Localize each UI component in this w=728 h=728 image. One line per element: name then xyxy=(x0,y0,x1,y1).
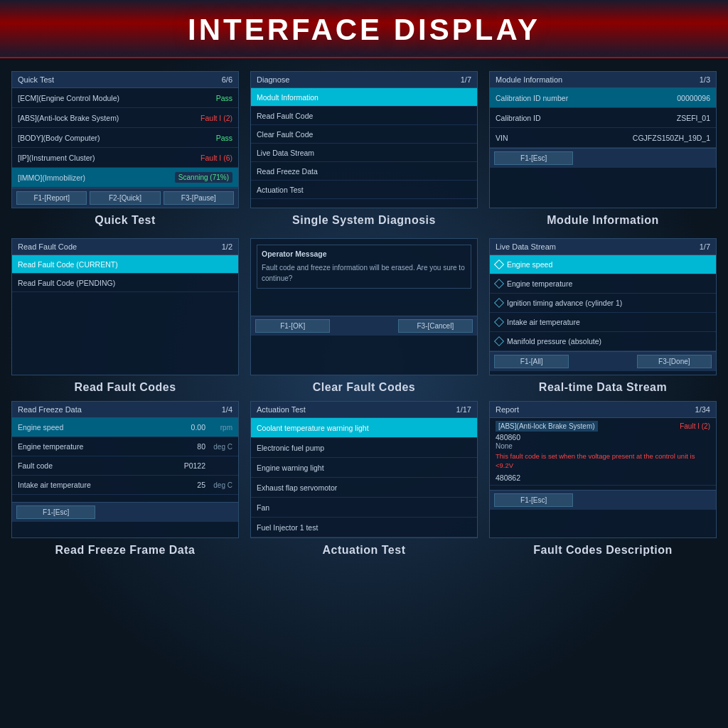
fault-desc-panel: Report 1/34 [ABS](Anti-lock Brake System… xyxy=(489,401,717,538)
f3-done-button[interactable]: F3-[Done] xyxy=(637,355,712,368)
list-item[interactable]: Actuation Test xyxy=(251,181,477,199)
single-sys-label: Single System Diagnosis xyxy=(292,214,436,227)
table-row: Intake air temperature25deg C xyxy=(12,476,238,495)
fault-code-2: 480862 xyxy=(496,473,710,482)
table-row: Engine speed0.00rpm xyxy=(12,418,238,437)
list-item[interactable]: Read Fault Code xyxy=(251,107,477,125)
f3-cancel-button[interactable]: F3-[Cancel] xyxy=(398,319,473,333)
fault-code-1: 480860 xyxy=(496,433,710,441)
clear-fault-panel: Operator Message Fault code and freeze i… xyxy=(250,238,478,375)
fault-sys-label: [ABS](Anti-lock Brake System) xyxy=(496,421,598,432)
freeze-frame-label: Read Freeze Frame Data xyxy=(55,544,196,557)
list-item[interactable]: Fan xyxy=(251,498,477,518)
list-item[interactable]: Engine temperature xyxy=(490,274,716,294)
f1-report-button[interactable]: F1-[Report] xyxy=(16,191,87,205)
read-fault-header: Read Fault Code 1/2 xyxy=(12,239,238,255)
panel-grid: Quick Test 6/6 [ECM](Engine Control Modu… xyxy=(0,58,728,401)
actuation-header: Actuation Test 1/17 xyxy=(251,402,477,418)
table-row: [IMMO](Immobilizer)Scanning (71%) xyxy=(12,168,238,188)
table-row: [BODY](Body Computer)Pass xyxy=(12,128,238,148)
freeze-frame-header: Read Freeze Data 1/4 xyxy=(12,402,238,418)
f1-ok-button[interactable]: F1-[OK] xyxy=(255,319,330,333)
freeze-frame-panel: Read Freeze Data 1/4 Engine speed0.00rpm… xyxy=(11,401,239,538)
diamond-icon xyxy=(494,298,504,308)
module-info-header: Module Information 1/3 xyxy=(490,72,716,88)
bottom-panel-grid: Read Freeze Data 1/4 Engine speed0.00rpm… xyxy=(0,401,728,728)
list-item[interactable]: Modult Information xyxy=(251,88,477,107)
clear-fault-footer: F1-[OK] F3-[Cancel] xyxy=(251,316,477,336)
list-item[interactable]: Electronic fuel pump xyxy=(251,438,477,458)
f2-quick-button[interactable]: F2-[Quick] xyxy=(90,191,160,205)
fault-desc-label: Fault Codes Description xyxy=(533,544,673,557)
quick-test-footer: F1-[Report] F2-[Quick] F3-[Pause] xyxy=(12,188,238,208)
f1-all-button[interactable]: F1-[All] xyxy=(494,355,569,368)
freeze-frame-footer: F1-[Esc] xyxy=(12,502,238,522)
fault-none: None xyxy=(496,442,710,450)
fault-desc-header: Report 1/34 xyxy=(490,402,716,418)
live-data-footer: F1-[All] F3-[Done] xyxy=(490,351,716,371)
fault-description: This fault code is set when the voltage … xyxy=(496,451,710,471)
list-item[interactable]: Clear Fault Code xyxy=(251,125,477,144)
live-data-header: Live Data Stream 1/7 xyxy=(490,239,716,255)
f1-esc-button-mi[interactable]: F1-[Esc] xyxy=(494,151,573,165)
panel-freeze-frame: Read Freeze Data 1/4 Engine speed0.00rpm… xyxy=(11,401,239,557)
module-info-footer: F1-[Esc] xyxy=(490,148,716,168)
panel-read-fault: Read Fault Code 1/2 Read Fault Code (CUR… xyxy=(11,238,239,394)
module-info-panel: Module Information 1/3 Calibration ID nu… xyxy=(489,71,717,208)
live-data-panel: Live Data Stream 1/7 Engine speedEngine … xyxy=(489,238,717,375)
list-item[interactable]: Read Fault Code (CURRENT) xyxy=(12,255,238,274)
diamond-icon xyxy=(494,317,504,327)
single-sys-panel: Diagnose 1/7 Modult InformationRead Faul… xyxy=(250,71,478,208)
table-row: Calibration ID number00000096 xyxy=(490,88,716,108)
read-fault-panel: Read Fault Code 1/2 Read Fault Code (CUR… xyxy=(11,238,239,375)
diamond-icon xyxy=(494,259,504,269)
list-item[interactable]: Ignition timing advance (cylinder 1) xyxy=(490,294,716,313)
diamond-icon xyxy=(494,336,504,346)
table-row: Fault codeP0122 xyxy=(12,456,238,476)
panel-actuation: Actuation Test 1/17 Coolant temperature … xyxy=(250,401,478,557)
table-row: Engine temperature80deg C xyxy=(12,437,238,456)
quick-test-panel: Quick Test 6/6 [ECM](Engine Control Modu… xyxy=(11,71,239,208)
page-title: INTERFACE DISPLAY xyxy=(0,13,728,47)
panel-module-info: Module Information 1/3 Calibration ID nu… xyxy=(489,71,717,227)
quick-test-header: Quick Test 6/6 xyxy=(12,72,238,88)
clear-fault-label: Clear Fault Codes xyxy=(313,381,416,394)
list-item[interactable]: Read Fault Code (PENDING) xyxy=(12,274,238,292)
list-item[interactable]: Read Freeze Data xyxy=(251,162,477,181)
panel-quick-test: Quick Test 6/6 [ECM](Engine Control Modu… xyxy=(11,71,239,227)
single-sys-header: Diagnose 1/7 xyxy=(251,72,477,88)
table-row: Calibration IDZSEFI_01 xyxy=(490,108,716,128)
table-row: [ECM](Engine Control Module)Pass xyxy=(12,88,238,108)
list-item[interactable]: Intake air temperature xyxy=(490,313,716,332)
list-item[interactable]: Coolant temperature warning light xyxy=(251,418,477,438)
panel-single-sys: Diagnose 1/7 Modult InformationRead Faul… xyxy=(250,71,478,227)
fault-sys-header: [ABS](Anti-lock Brake System) Fault I (2… xyxy=(496,421,710,432)
list-item[interactable]: Fuel Injector 1 test xyxy=(251,518,477,537)
panel-live-data: Live Data Stream 1/7 Engine speedEngine … xyxy=(489,238,717,394)
table-row: VINCGJFZS150ZH_19D_1 xyxy=(490,128,716,148)
operator-msg-box: Operator Message Fault code and freeze i… xyxy=(257,245,471,289)
header: INTERFACE DISPLAY xyxy=(0,0,728,58)
fault-desc-footer: F1-[Esc] xyxy=(490,490,716,510)
module-info-label: Module Information xyxy=(547,214,658,227)
actuation-panel: Actuation Test 1/17 Coolant temperature … xyxy=(250,401,478,538)
quick-test-label: Quick Test xyxy=(95,214,156,227)
read-fault-label: Read Fault Codes xyxy=(74,381,176,394)
fault-sys-row: [ABS](Anti-lock Brake System) Fault I (2… xyxy=(490,418,716,486)
list-item[interactable]: Engine speed xyxy=(490,255,716,274)
fault-sys-status: Fault I (2) xyxy=(680,422,710,430)
live-data-label: Real-time Data Stream xyxy=(539,381,667,394)
f1-esc-button-ff[interactable]: F1-[Esc] xyxy=(16,505,95,519)
diamond-icon xyxy=(494,279,504,289)
f1-esc-button-fd[interactable]: F1-[Esc] xyxy=(494,493,573,507)
list-item[interactable]: Engine warning light xyxy=(251,458,477,478)
list-item[interactable]: Exhaust flap servomotor xyxy=(251,478,477,498)
actuation-label: Actuation Test xyxy=(323,544,406,557)
table-row: [IP](Instrument Cluster)Fault I (6) xyxy=(12,148,238,168)
panel-clear-fault: Operator Message Fault code and freeze i… xyxy=(250,238,478,394)
f3-pause-button[interactable]: F3-[Pause] xyxy=(164,191,234,205)
panel-fault-desc: Report 1/34 [ABS](Anti-lock Brake System… xyxy=(489,401,717,557)
list-item[interactable]: Manifold pressure (absolute) xyxy=(490,332,716,351)
list-item[interactable]: Live Data Stream xyxy=(251,144,477,162)
operator-msg-title: Operator Message xyxy=(262,250,466,258)
